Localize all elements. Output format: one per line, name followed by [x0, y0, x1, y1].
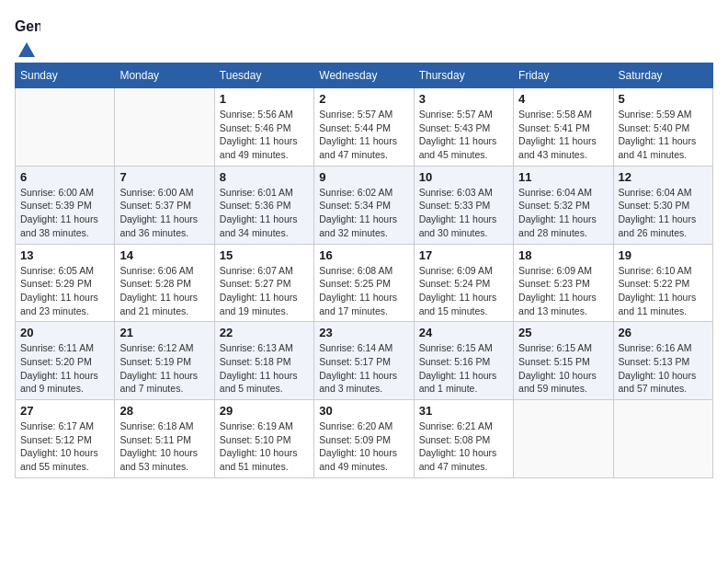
calendar-cell: 12 Sunrise: 6:04 AM Sunset: 5:30 PM Dayl…	[613, 166, 712, 244]
day-number: 16	[319, 248, 408, 262]
calendar-cell: 9 Sunrise: 6:02 AM Sunset: 5:34 PM Dayli…	[314, 166, 414, 244]
day-number: 11	[518, 170, 608, 184]
sunset-label: Sunset: 5:11 PM	[119, 434, 191, 445]
day-info: Sunrise: 6:11 AM Sunset: 5:20 PM Dayligh…	[20, 341, 109, 396]
svg-text:General: General	[15, 18, 40, 34]
daylight-label: Daylight: 11 hours and 28 minutes.	[518, 213, 597, 238]
day-info: Sunrise: 5:57 AM Sunset: 5:43 PM Dayligh…	[419, 108, 508, 162]
daylight-label: Daylight: 11 hours and 17 minutes.	[319, 292, 397, 316]
calendar-body: 1 Sunrise: 5:56 AM Sunset: 5:46 PM Dayli…	[16, 88, 713, 478]
sunrise-label: Sunrise: 6:04 AM	[619, 187, 692, 198]
sunrise-label: Sunrise: 6:17 AM	[20, 420, 94, 431]
calendar-day-header: Friday	[514, 63, 613, 88]
calendar-cell: 1 Sunrise: 5:56 AM Sunset: 5:46 PM Dayli…	[214, 88, 313, 167]
daylight-label: Daylight: 11 hours and 23 minutes.	[20, 292, 98, 316]
calendar-week-row: 6 Sunrise: 6:00 AM Sunset: 5:39 PM Dayli…	[16, 166, 713, 244]
calendar-cell: 21 Sunrise: 6:12 AM Sunset: 5:19 PM Dayl…	[115, 322, 214, 400]
day-info: Sunrise: 6:08 AM Sunset: 5:25 PM Dayligh…	[319, 264, 408, 318]
calendar-cell: 29 Sunrise: 6:19 AM Sunset: 5:10 PM Dayl…	[214, 400, 313, 478]
sunset-label: Sunset: 5:29 PM	[20, 278, 92, 289]
daylight-label: Daylight: 11 hours and 34 minutes.	[220, 213, 298, 238]
daylight-label: Daylight: 11 hours and 26 minutes.	[619, 213, 697, 238]
day-number: 25	[518, 326, 608, 339]
day-info: Sunrise: 6:00 AM Sunset: 5:37 PM Dayligh…	[119, 186, 209, 240]
day-number: 8	[220, 170, 309, 184]
daylight-label: Daylight: 11 hours and 1 minute.	[419, 370, 497, 395]
daylight-label: Daylight: 11 hours and 7 minutes.	[119, 370, 198, 395]
day-number: 2	[319, 92, 408, 106]
day-info: Sunrise: 6:17 AM Sunset: 5:12 PM Dayligh…	[20, 419, 109, 474]
day-number: 23	[319, 326, 408, 339]
sunrise-label: Sunrise: 6:19 AM	[220, 420, 293, 431]
day-info: Sunrise: 6:07 AM Sunset: 5:27 PM Dayligh…	[220, 264, 309, 318]
logo-icon: General	[15, 15, 40, 40]
sunset-label: Sunset: 5:16 PM	[419, 356, 491, 367]
daylight-label: Daylight: 11 hours and 13 minutes.	[518, 292, 597, 316]
day-info: Sunrise: 6:04 AM Sunset: 5:30 PM Dayligh…	[619, 186, 708, 240]
page-header: General	[15, 15, 713, 55]
daylight-label: Daylight: 11 hours and 47 minutes.	[319, 135, 397, 160]
sunrise-label: Sunrise: 6:12 AM	[119, 342, 193, 353]
calendar-cell: 27 Sunrise: 6:17 AM Sunset: 5:12 PM Dayl…	[16, 400, 115, 478]
day-info: Sunrise: 6:14 AM Sunset: 5:17 PM Dayligh…	[319, 341, 408, 396]
calendar-cell: 30 Sunrise: 6:20 AM Sunset: 5:09 PM Dayl…	[314, 400, 414, 478]
sunset-label: Sunset: 5:32 PM	[518, 200, 590, 211]
day-number: 19	[619, 248, 708, 262]
daylight-label: Daylight: 10 hours and 49 minutes.	[319, 447, 397, 472]
daylight-label: Daylight: 11 hours and 15 minutes.	[419, 292, 497, 316]
day-number: 21	[119, 326, 209, 339]
calendar-cell: 2 Sunrise: 5:57 AM Sunset: 5:44 PM Dayli…	[314, 88, 414, 167]
day-info: Sunrise: 6:04 AM Sunset: 5:32 PM Dayligh…	[518, 186, 608, 240]
sunset-label: Sunset: 5:39 PM	[20, 200, 92, 211]
calendar-cell: 8 Sunrise: 6:01 AM Sunset: 5:36 PM Dayli…	[214, 166, 313, 244]
calendar-header-row: SundayMondayTuesdayWednesdayThursdayFrid…	[16, 63, 713, 88]
daylight-label: Daylight: 10 hours and 59 minutes.	[518, 370, 597, 395]
sunset-label: Sunset: 5:33 PM	[419, 200, 491, 211]
sunrise-label: Sunrise: 6:02 AM	[319, 187, 392, 198]
daylight-label: Daylight: 11 hours and 49 minutes.	[220, 135, 298, 160]
day-number: 10	[419, 170, 508, 184]
day-number: 7	[119, 170, 209, 184]
sunrise-label: Sunrise: 6:20 AM	[319, 420, 392, 431]
daylight-label: Daylight: 10 hours and 53 minutes.	[119, 447, 198, 472]
daylight-label: Daylight: 11 hours and 45 minutes.	[419, 135, 497, 160]
sunrise-label: Sunrise: 5:59 AM	[619, 109, 692, 120]
calendar-week-row: 1 Sunrise: 5:56 AM Sunset: 5:46 PM Dayli…	[16, 88, 713, 167]
sunrise-label: Sunrise: 6:21 AM	[419, 420, 493, 431]
sunset-label: Sunset: 5:17 PM	[319, 356, 391, 367]
day-info: Sunrise: 6:09 AM Sunset: 5:24 PM Dayligh…	[419, 264, 508, 318]
sunset-label: Sunset: 5:10 PM	[220, 434, 291, 445]
daylight-label: Daylight: 11 hours and 3 minutes.	[319, 370, 397, 395]
calendar-cell: 31 Sunrise: 6:21 AM Sunset: 5:08 PM Dayl…	[414, 400, 513, 478]
day-number: 9	[319, 170, 408, 184]
sunrise-label: Sunrise: 6:09 AM	[518, 265, 592, 276]
calendar-cell: 15 Sunrise: 6:07 AM Sunset: 5:27 PM Dayl…	[214, 244, 313, 322]
calendar-cell	[16, 88, 115, 167]
calendar-cell: 14 Sunrise: 6:06 AM Sunset: 5:28 PM Dayl…	[115, 244, 214, 322]
calendar-cell: 16 Sunrise: 6:08 AM Sunset: 5:25 PM Dayl…	[314, 244, 414, 322]
calendar-day-header: Sunday	[16, 63, 115, 88]
calendar-day-header: Saturday	[613, 63, 712, 88]
sunrise-label: Sunrise: 6:13 AM	[220, 342, 293, 353]
sunrise-label: Sunrise: 6:16 AM	[619, 342, 692, 353]
day-number: 5	[619, 92, 708, 106]
calendar-cell: 7 Sunrise: 6:00 AM Sunset: 5:37 PM Dayli…	[115, 166, 214, 244]
day-number: 28	[119, 404, 209, 418]
day-number: 15	[220, 248, 309, 262]
day-number: 6	[20, 170, 109, 184]
sunset-label: Sunset: 5:09 PM	[319, 434, 391, 445]
logo-flag-icon	[17, 40, 37, 61]
calendar-cell: 23 Sunrise: 6:14 AM Sunset: 5:17 PM Dayl…	[314, 322, 414, 400]
daylight-label: Daylight: 11 hours and 21 minutes.	[119, 292, 198, 316]
day-info: Sunrise: 6:00 AM Sunset: 5:39 PM Dayligh…	[20, 186, 109, 240]
calendar-cell: 11 Sunrise: 6:04 AM Sunset: 5:32 PM Dayl…	[514, 166, 613, 244]
sunrise-label: Sunrise: 6:05 AM	[20, 265, 94, 276]
day-number: 22	[220, 326, 309, 339]
calendar-day-header: Tuesday	[214, 63, 313, 88]
sunrise-label: Sunrise: 6:03 AM	[419, 187, 493, 198]
calendar-cell: 20 Sunrise: 6:11 AM Sunset: 5:20 PM Dayl…	[16, 322, 115, 400]
daylight-label: Daylight: 10 hours and 51 minutes.	[220, 447, 298, 472]
calendar-cell: 5 Sunrise: 5:59 AM Sunset: 5:40 PM Dayli…	[613, 88, 712, 167]
sunset-label: Sunset: 5:19 PM	[119, 356, 191, 367]
day-info: Sunrise: 6:16 AM Sunset: 5:13 PM Dayligh…	[619, 341, 708, 396]
